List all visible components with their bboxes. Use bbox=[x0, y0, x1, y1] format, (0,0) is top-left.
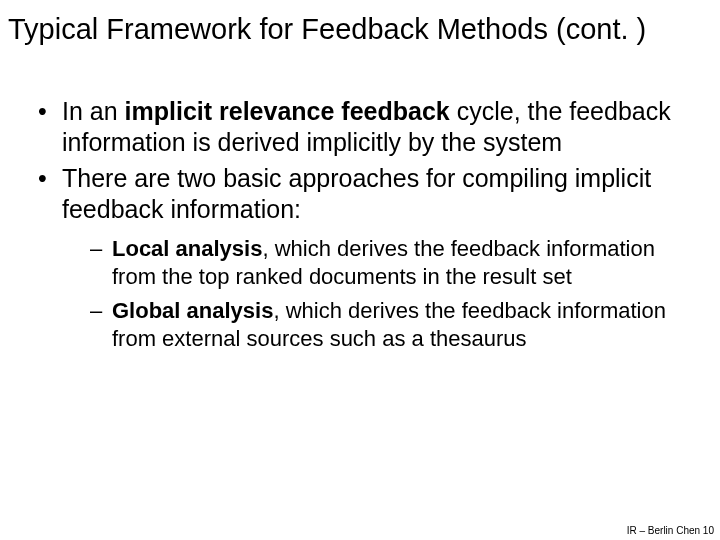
sub-bullet-2: Global analysis, which derives the feedb… bbox=[90, 297, 680, 353]
slide-footer: IR – Berlin Chen 10 bbox=[627, 525, 714, 536]
slide-body: In an implicit relevance feedback cycle,… bbox=[34, 96, 680, 360]
slide: Typical Framework for Feedback Methods (… bbox=[0, 0, 720, 540]
bullet-list: In an implicit relevance feedback cycle,… bbox=[34, 96, 680, 354]
sub1-bold: Local analysis bbox=[112, 236, 262, 261]
bullet1-pre: In an bbox=[62, 97, 125, 125]
sub2-bold: Global analysis bbox=[112, 298, 273, 323]
slide-title: Typical Framework for Feedback Methods (… bbox=[8, 14, 712, 46]
bullet1-bold: implicit relevance feedback bbox=[125, 97, 450, 125]
sub-bullet-1: Local analysis, which derives the feedba… bbox=[90, 235, 680, 291]
bullet2-text: There are two basic approaches for compi… bbox=[62, 164, 651, 223]
bullet-item-1: In an implicit relevance feedback cycle,… bbox=[34, 96, 680, 159]
sub-bullet-list: Local analysis, which derives the feedba… bbox=[62, 235, 680, 354]
bullet-item-2: There are two basic approaches for compi… bbox=[34, 163, 680, 354]
